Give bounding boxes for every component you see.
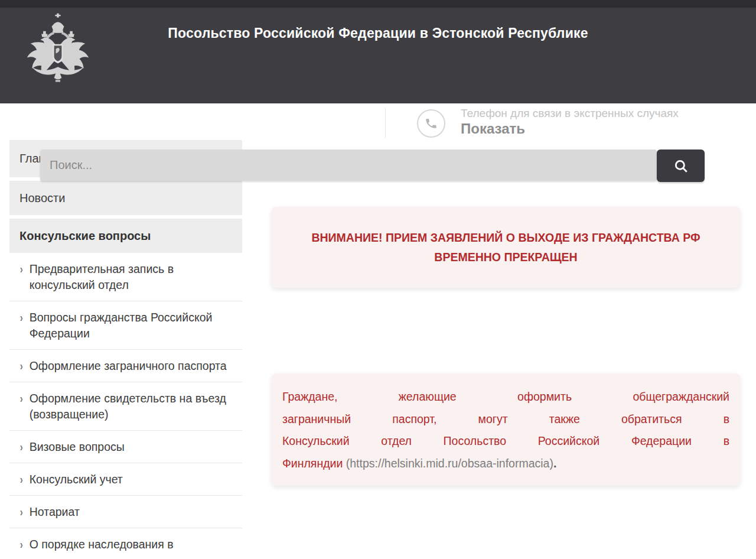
subitem-label: Предварительная запись в консульский отд… — [30, 261, 237, 293]
subitem-label: Нотариат — [30, 504, 80, 520]
alert2-red-text: Финляндии — [282, 457, 346, 470]
sidebar-item-label: Новости — [19, 191, 65, 205]
vertical-divider — [385, 108, 386, 138]
emergency-phone-label: Телефон для связи в экстренных случаях — [461, 107, 679, 120]
sidebar-subitem-consular-registration[interactable]: › Консульский учет — [9, 463, 242, 496]
alert-text-line1: ВНИМАНИЕ! ПРИЕМ ЗАЯВЛЕНИЙ О ВЫХОДЕ ИЗ ГР… — [289, 228, 722, 248]
chevron-right-icon: › — [20, 358, 23, 374]
chevron-right-icon: › — [20, 261, 23, 277]
chevron-right-icon: › — [20, 439, 23, 455]
helsinki-url-text: (https://helsinki.mid.ru/obsaa-informaci… — [346, 457, 553, 470]
sidebar-item-news[interactable]: Новости — [9, 181, 242, 215]
alert-banner-citizenship: ВНИМАНИЕ! ПРИЕМ ЗАЯВЛЕНИЙ О ВЫХОДЕ ИЗ ГР… — [272, 207, 740, 288]
sidebar-item-consular[interactable]: Консульские вопросы — [9, 219, 242, 253]
alert2-line: заграничный паспорт, могут также обратит… — [282, 408, 729, 431]
alert2-last-line: Финляндии (https://helsinki.mid.ru/obsaa… — [282, 453, 729, 475]
sidebar-subitem-inheritance[interactable]: › О порядке наследования в — [9, 528, 242, 559]
sidebar-item-label: Консульские вопросы — [19, 229, 151, 243]
subitem-label: Консульский учет — [30, 472, 123, 488]
sidebar-subitem-appointment[interactable]: › Предварительная запись в консульский о… — [9, 253, 242, 301]
alert-banner-passport-finland: Граждане, желающие оформить общегражданс… — [272, 373, 740, 486]
chevron-right-icon: › — [20, 472, 23, 488]
sidebar-subitem-entry-certificate[interactable]: › Оформление свидетельств на въезд (возв… — [9, 382, 242, 431]
alert2-line: Консульский отдел Посольство Российской … — [282, 430, 729, 453]
page: Посольство Российской Федерации в Эстонс… — [0, 0, 756, 559]
header-banner: Посольство Российской Федерации в Эстонс… — [0, 8, 756, 103]
chevron-right-icon: › — [20, 310, 23, 326]
chevron-right-icon: › — [20, 391, 23, 407]
subitem-label: Визовые вопросы — [30, 439, 125, 455]
sidebar-subitem-visa[interactable]: › Визовые вопросы — [9, 431, 242, 463]
sidebar-subitem-citizenship[interactable]: › Вопросы гражданства Российской Федерац… — [9, 301, 242, 350]
sidebar-subitem-notary[interactable]: › Нотариат — [9, 496, 242, 528]
top-strip — [0, 0, 756, 8]
search-icon — [673, 158, 689, 174]
alert2-line: Граждане, желающие оформить общегражданс… — [282, 386, 729, 408]
phone-icon — [417, 109, 445, 138]
subitem-label: Оформление свидетельств на въезд (возвра… — [30, 391, 237, 422]
consular-submenu: › Предварительная запись в консульский о… — [9, 253, 242, 559]
search-button[interactable] — [657, 150, 705, 182]
show-phone-button[interactable]: Показать — [461, 121, 525, 137]
subitem-label: Вопросы гражданства Российской Федерации — [30, 310, 237, 342]
search-input[interactable] — [40, 150, 657, 181]
sidebar-subitem-passport[interactable]: › Оформление заграничного паспорта — [9, 350, 242, 382]
page-title: Посольство Российской Федерации в Эстонс… — [0, 25, 756, 41]
alert2-suffix: . — [553, 457, 556, 470]
chevron-right-icon: › — [20, 504, 23, 520]
chevron-right-icon: › — [20, 537, 23, 552]
subitem-label: О порядке наследования в — [30, 537, 174, 552]
sidebar-menu: Главная Новости Консульские вопросы › Пр… — [9, 140, 242, 559]
subitem-label: Оформление заграничного паспорта — [30, 358, 227, 374]
alert-text-line2: ВРЕМЕННО ПРЕКРАЩЕН — [289, 248, 722, 267]
